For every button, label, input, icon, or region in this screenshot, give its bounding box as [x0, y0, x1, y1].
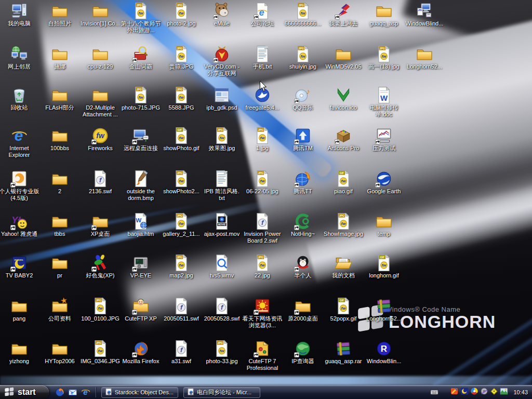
desktop-icon[interactable]: JPGfw5588.JPG	[161, 86, 202, 111]
taskbar-window-button[interactable]: e电白同乡论坛 - Micr...	[183, 387, 260, 398]
desktop-icon[interactable]: outside the dorm.bmp	[121, 170, 161, 202]
desktop-icon[interactable]: 网上邻居	[0, 45, 39, 70]
desktop-icon[interactable]: JPGfw100_0100.JPG	[80, 297, 121, 322]
desktop-icon[interactable]: JPGfwshuiyin.jpg	[283, 45, 323, 70]
desktop-icon[interactable]: GIFfwlonghorn.gif	[364, 254, 404, 279]
desktop-icon[interactable]: ipb_gdk.psd	[202, 86, 242, 111]
desktop-icon[interactable]: MOVIEajax-post.mov	[202, 212, 242, 237]
desktop-icon[interactable]: JPGfwgallery_2_11...	[161, 212, 202, 237]
tray-picture-icon[interactable]	[500, 387, 508, 395]
tray-qq-icon[interactable]	[470, 387, 478, 395]
desktop-icon[interactable]: XP桌面	[80, 212, 121, 237]
start-button[interactable]: start	[0, 385, 49, 399]
desktop-icon[interactable]: 压力测试	[364, 127, 404, 152]
desktop-icon[interactable]: W电脑维修传单.doc	[364, 86, 404, 118]
desktop-icon[interactable]: fa31.swf	[161, 340, 202, 365]
desktop-icon[interactable]: 原2000桌面	[283, 297, 323, 322]
desktop-icon[interactable]: JPGfwphoto-715.JPG	[121, 86, 161, 111]
desktop-icon[interactable]: JPGfw22.jpg	[242, 254, 283, 279]
desktop-icon[interactable]: fwFireworks	[80, 127, 121, 152]
desktop-icon[interactable]: e公司论坛	[242, 2, 283, 27]
desktop-icon[interactable]: 个人银行专业版(4.5版)	[0, 170, 39, 202]
desktop-icon[interactable]: RWindowBlin...	[364, 340, 404, 365]
taskbar-window-button[interactable]: eStardock: Object Des...	[101, 387, 178, 398]
desktop-icon[interactable]: Mozilla Firefox	[121, 340, 161, 365]
desktop-icon[interactable]: JPGfw1.jpg	[242, 127, 283, 152]
desktop-icon[interactable]: JPGfw06-22-05.jpg	[242, 170, 283, 195]
desktop-icon[interactable]: ♪QQ音乐	[283, 86, 323, 111]
desktop-icon[interactable]: guaqq_asp.rar	[323, 340, 364, 365]
desktop-icon[interactable]: tvs5.wmv	[202, 254, 242, 279]
desktop-icon[interactable]: 100bbs	[39, 127, 80, 152]
quick-launch-browser-icon[interactable]	[55, 388, 64, 397]
tray-windowblinds-icon[interactable]	[490, 387, 498, 395]
desktop-icon[interactable]: pr	[39, 254, 80, 279]
desktop-icon[interactable]: JPGfw效果图.jpg	[202, 127, 242, 152]
desktop-icon[interactable]: JPGfw6666666666...	[283, 2, 323, 27]
desktop-icon[interactable]: tbbs	[39, 212, 80, 237]
desktop-icon[interactable]: fInvision Power Board 2.swf	[242, 212, 283, 244]
desktop-icon[interactable]: 腾讯TM	[283, 127, 323, 152]
desktop-icon[interactable]: JPGfwShowImage.jpg	[323, 212, 364, 237]
desktop-icon[interactable]: CuteFTP XP	[121, 297, 161, 322]
desktop-icon[interactable]: favicon.ico	[323, 86, 364, 111]
desktop-icon[interactable]: 自拍照片	[39, 2, 80, 27]
desktop-icon[interactable]: Google Earth	[364, 170, 404, 195]
desktop-icon[interactable]: guaqq_asp	[364, 2, 404, 27]
desktop-icon[interactable]: D2-Multiple Attachment ...	[80, 86, 121, 118]
desktop-icon[interactable]: 腾讯TT	[283, 170, 323, 195]
desktop-icon[interactable]: Invision[1].Co...	[80, 2, 121, 27]
desktop-icon[interactable]: JPGfw高一(13).jpg	[364, 45, 404, 70]
desktop-icon[interactable]: moomsTV BABY2	[0, 254, 39, 279]
desktop-icon[interactable]: temp	[364, 212, 404, 237]
desktop-icon[interactable]: WindowBlind...	[404, 2, 445, 27]
desktop-icon[interactable]: 我要上网去	[323, 2, 364, 27]
desktop-icon[interactable]: f2136.swf	[80, 170, 121, 195]
desktop-icon[interactable]: WinMD5v2.05	[323, 45, 364, 70]
desktop-icon[interactable]: 看天下网络资讯浏览器(3...	[242, 297, 283, 329]
desktop-icon[interactable]: JPGfw第十八个教师节外出旅游...	[121, 2, 161, 34]
desktop-icon[interactable]: JPGfwphoto-2.jpg	[161, 2, 202, 27]
desktop-icon[interactable]: 远程桌面连接	[121, 127, 161, 152]
desktop-icon[interactable]: VP-EYE	[121, 254, 161, 279]
input-method-keyboard-icon[interactable]	[430, 388, 438, 396]
desktop-icon[interactable]: VeryCD.com - 分享互联网	[202, 45, 242, 77]
desktop-icon[interactable]: pang	[0, 297, 39, 322]
desktop-icon[interactable]: yizhong	[0, 340, 39, 365]
desktop-icon[interactable]: cpu-z-129	[80, 45, 121, 70]
desktop-icon[interactable]: eMule	[202, 2, 242, 27]
desktop-icon[interactable]: 回收站	[0, 86, 39, 111]
desktop-icon[interactable]: f20050528.swf	[202, 297, 242, 322]
desktop-icon[interactable]: eInternet Explorer	[0, 127, 39, 158]
tray-tvbaby-icon[interactable]	[460, 387, 469, 395]
desktop-icon[interactable]: GIFfw52popx.gif	[323, 297, 364, 322]
desktop-icon[interactable]: IPB 简洁风格. txt	[202, 170, 242, 202]
desktop-icon[interactable]: 金山词霸	[121, 45, 161, 70]
desktop-icon[interactable]: JPGfwshowPhoto2...	[161, 170, 202, 195]
desktop-icon[interactable]: 手机.txt	[242, 45, 283, 70]
desktop-icon[interactable]: 半个人	[283, 254, 323, 279]
desktop-icon[interactable]: NotHing~	[283, 212, 323, 237]
desktop-icon[interactable]: CuteFTP 7 Professional	[242, 340, 283, 371]
desktop-icon[interactable]: FLAsH部分	[39, 86, 80, 111]
desktop-icon[interactable]: Longhorn52...	[404, 45, 445, 70]
desktop-icon[interactable]: JPGfwmap2.jpg	[161, 254, 202, 279]
desktop-icon[interactable]: Longhorn52...	[364, 297, 404, 322]
desktop-icon[interactable]: HYTop2006	[39, 340, 80, 365]
desktop-icon[interactable]: IP查询器	[283, 340, 323, 365]
desktop-icon[interactable]: JPGfwphoto-33.jpg	[202, 340, 242, 365]
desktop-icon[interactable]: 公司资料	[39, 297, 80, 322]
desktop-icon[interactable]: 我的电脑	[0, 2, 39, 27]
desktop-icon[interactable]: 2	[39, 170, 80, 195]
desktop-icon[interactable]: GIFfwshowPhoto.gif	[161, 127, 202, 152]
quick-launch-internet-explorer-icon[interactable]: e	[81, 388, 90, 397]
desktop-icon[interactable]: 施娜	[39, 45, 80, 70]
tray-paint-icon[interactable]	[450, 387, 459, 395]
desktop-icon[interactable]: 我的文档	[323, 254, 364, 279]
desktop-icon[interactable]: Y!Yahoo! 雅虎通	[0, 212, 39, 237]
tray-audio-icon[interactable]	[480, 387, 488, 395]
desktop-icon[interactable]: ArtIcons Pro	[323, 127, 364, 152]
quick-launch-outlook-express-icon[interactable]: e	[68, 388, 77, 397]
desktop-icon[interactable]: 好色鬼(XP)	[80, 254, 121, 279]
desktop-icon[interactable]: Wbaojia.htm	[121, 212, 161, 237]
